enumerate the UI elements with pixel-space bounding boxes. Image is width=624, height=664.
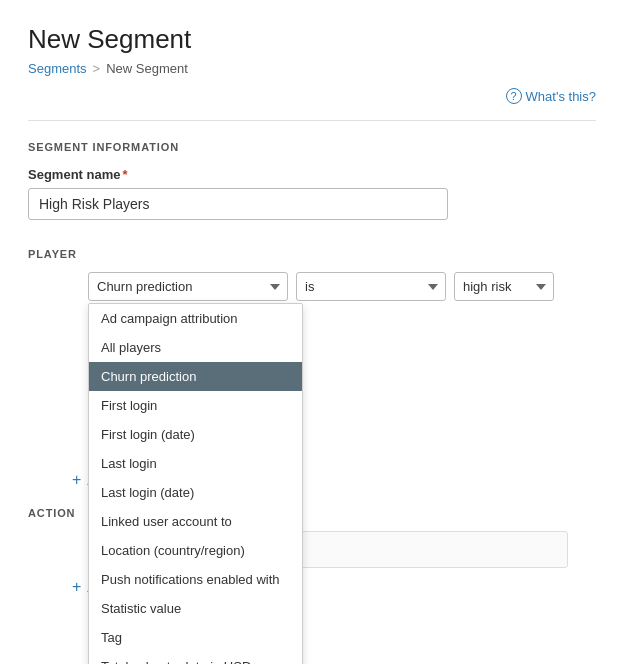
player-section: PLAYER Churn prediction is high risk Ad … — [28, 248, 596, 489]
section-divider — [28, 120, 596, 121]
dropdown-item[interactable]: Last login — [89, 449, 302, 478]
segment-name-input[interactable] — [28, 188, 448, 220]
help-icon: ? — [506, 88, 522, 104]
add-condition-icon: + — [72, 471, 81, 489]
dropdown-item[interactable]: Ad campaign attribution — [89, 304, 302, 333]
dropdown-item[interactable]: All players — [89, 333, 302, 362]
dropdown-item[interactable]: Statistic value — [89, 594, 302, 623]
page-title: New Segment — [28, 24, 596, 55]
dropdown-item[interactable]: First login (date) — [89, 420, 302, 449]
whats-this-area: ? What's this? — [28, 84, 596, 120]
page-container: New Segment Segments > New Segment ? Wha… — [0, 0, 624, 620]
dropdown-item[interactable]: Last login (date) — [89, 478, 302, 507]
dropdown-item[interactable]: Linked user account to — [89, 507, 302, 536]
attribute-dropdown-menu: Ad campaign attributionAll playersChurn … — [88, 303, 303, 664]
breadcrumb: Segments > New Segment — [28, 61, 596, 76]
dropdown-item[interactable]: Push notifications enabled with — [89, 565, 302, 594]
breadcrumb-separator: > — [93, 61, 101, 76]
segment-info-section: SEGMENT INFORMATION Segment name* — [28, 141, 596, 220]
whats-this-label: What's this? — [526, 89, 596, 104]
segment-info-label: SEGMENT INFORMATION — [28, 141, 596, 153]
add-action-icon: + — [72, 578, 81, 596]
condition-selects-row: Churn prediction is high risk — [88, 272, 596, 301]
operator-select[interactable]: is — [296, 272, 446, 301]
breadcrumb-parent[interactable]: Segments — [28, 61, 87, 76]
player-section-label: PLAYER — [28, 248, 596, 260]
whats-this-link[interactable]: ? What's this? — [506, 88, 596, 104]
value-select[interactable]: high risk — [454, 272, 554, 301]
breadcrumb-current: New Segment — [106, 61, 188, 76]
dropdown-item[interactable]: First login — [89, 391, 302, 420]
segment-name-label: Segment name* — [28, 167, 596, 182]
dropdown-item[interactable]: Location (country/region) — [89, 536, 302, 565]
attribute-select[interactable]: Churn prediction — [88, 272, 288, 301]
required-marker: * — [122, 167, 127, 182]
dropdown-item[interactable]: Churn prediction — [89, 362, 302, 391]
dropdown-item[interactable]: Tag — [89, 623, 302, 652]
dropdown-item[interactable]: Total value to date in USD — [89, 652, 302, 664]
